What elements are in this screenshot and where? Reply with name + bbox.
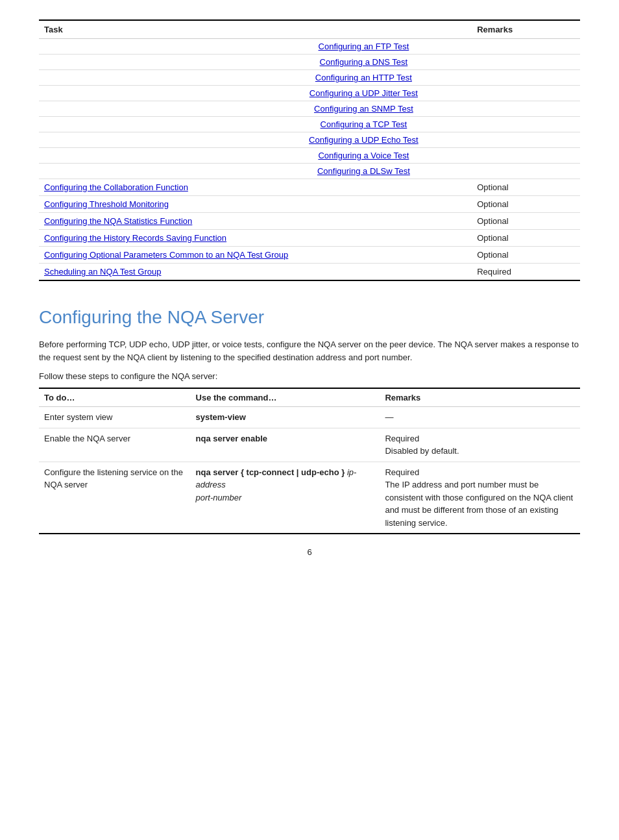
todo-cell: Configure the listening service on the N… <box>39 462 191 534</box>
command-cell: system-view <box>191 407 380 428</box>
task-cell <box>39 101 256 117</box>
table-row: Configuring Optional Parameters Common t… <box>39 247 580 264</box>
task-cell: Configuring the Collaboration Function <box>39 179 472 196</box>
remarks-cell: Optional <box>472 196 580 213</box>
column-header: Use the command… <box>191 388 380 407</box>
task-cell <box>39 55 256 70</box>
todo-cell: Enter system view <box>39 407 191 428</box>
task-cell: Scheduling an NQA Test Group <box>39 264 472 281</box>
section-description: Before performing TCP, UDP echo, UDP jit… <box>39 338 580 364</box>
table-row: Scheduling an NQA Test GroupRequired <box>39 264 580 281</box>
task-link[interactable]: Configuring Threshold Monitoring <box>44 199 169 209</box>
section-heading: Configuring the NQA Server <box>39 307 580 328</box>
remarks-cell <box>472 164 580 179</box>
link-cell: Configuring a UDP Echo Test <box>256 132 472 148</box>
table-link[interactable]: Configuring a DLSw Test <box>317 166 410 176</box>
top-table-header-task: Task <box>39 20 472 39</box>
column-header: To do… <box>39 388 191 407</box>
task-cell: Configuring Threshold Monitoring <box>39 196 472 213</box>
task-link[interactable]: Configuring the History Records Saving F… <box>44 233 226 243</box>
table-row: Configuring a TCP Test <box>39 117 580 132</box>
link-cell: Configuring a UDP Jitter Test <box>256 86 472 101</box>
table-row: Configuring an HTTP Test <box>39 70 580 86</box>
steps-label: Follow these steps to configure the NQA … <box>39 371 580 381</box>
task-link[interactable]: Configuring the NQA Statistics Function <box>44 216 192 226</box>
remarks-cell: — <box>380 407 580 428</box>
table-row: Enter system viewsystem-view— <box>39 407 580 428</box>
page-number: 6 <box>39 547 580 557</box>
task-cell <box>39 132 256 148</box>
task-cell <box>39 117 256 132</box>
bottom-table: To do…Use the command…Remarks Enter syst… <box>39 388 580 534</box>
task-cell <box>39 86 256 101</box>
remarks-cell <box>472 132 580 148</box>
table-row: Enable the NQA servernqa server enableRe… <box>39 428 580 462</box>
table-row: Configuring an FTP Test <box>39 39 580 55</box>
table-link[interactable]: Configuring an SNMP Test <box>314 104 413 114</box>
task-cell: Configuring the NQA Statistics Function <box>39 213 472 230</box>
task-link[interactable]: Scheduling an NQA Test Group <box>44 267 161 277</box>
remarks-cell: Optional <box>472 179 580 196</box>
remarks-cell: RequiredDisabled by default. <box>380 428 580 462</box>
task-cell <box>39 164 256 179</box>
table-row: Configuring Threshold MonitoringOptional <box>39 196 580 213</box>
remarks-cell <box>472 39 580 55</box>
link-cell: Configuring a TCP Test <box>256 117 472 132</box>
task-cell <box>39 70 256 86</box>
link-cell: Configuring a Voice Test <box>256 148 472 164</box>
table-row: Configuring a DNS Test <box>39 55 580 70</box>
link-cell: Configuring a DNS Test <box>256 55 472 70</box>
task-cell <box>39 39 256 55</box>
link-cell: Configuring a DLSw Test <box>256 164 472 179</box>
table-row: Configuring the NQA Statistics FunctionO… <box>39 213 580 230</box>
table-link[interactable]: Configuring a TCP Test <box>321 119 407 129</box>
table-row: Configuring the Collaboration FunctionOp… <box>39 179 580 196</box>
table-row: Configuring a UDP Echo Test <box>39 132 580 148</box>
remarks-cell: Optional <box>472 213 580 230</box>
remarks-cell <box>472 70 580 86</box>
task-link[interactable]: Configuring Optional Parameters Common t… <box>44 250 288 260</box>
task-link[interactable]: Configuring the Collaboration Function <box>44 182 188 192</box>
remarks-cell: Required <box>472 264 580 281</box>
table-link[interactable]: Configuring a Voice Test <box>318 151 409 160</box>
remarks-cell: Optional <box>472 247 580 264</box>
link-cell: Configuring an SNMP Test <box>256 101 472 117</box>
remarks-cell <box>472 101 580 117</box>
task-cell: Configuring the History Records Saving F… <box>39 230 472 247</box>
table-row: Configuring a Voice Test <box>39 148 580 164</box>
remarks-cell <box>472 55 580 70</box>
table-link[interactable]: Configuring an HTTP Test <box>315 73 412 82</box>
remarks-cell <box>472 148 580 164</box>
top-table: Task Remarks Configuring an FTP TestConf… <box>39 19 580 281</box>
table-row: Configuring a UDP Jitter Test <box>39 86 580 101</box>
todo-cell: Enable the NQA server <box>39 428 191 462</box>
table-row: Configuring a DLSw Test <box>39 164 580 179</box>
link-cell: Configuring an FTP Test <box>256 39 472 55</box>
task-cell <box>39 148 256 164</box>
link-cell: Configuring an HTTP Test <box>256 70 472 86</box>
table-link[interactable]: Configuring a DNS Test <box>320 57 408 67</box>
remarks-cell <box>472 86 580 101</box>
task-cell: Configuring Optional Parameters Common t… <box>39 247 472 264</box>
remarks-cell: Optional <box>472 230 580 247</box>
table-row: Configure the listening service on the N… <box>39 462 580 534</box>
table-link[interactable]: Configuring a UDP Jitter Test <box>310 88 418 98</box>
table-link[interactable]: Configuring a UDP Echo Test <box>309 135 419 145</box>
column-header: Remarks <box>380 388 580 407</box>
table-row: Configuring an SNMP Test <box>39 101 580 117</box>
table-link[interactable]: Configuring an FTP Test <box>319 42 409 51</box>
remarks-cell: RequiredThe IP address and port number m… <box>380 462 580 534</box>
remarks-cell <box>472 117 580 132</box>
top-table-header-remarks: Remarks <box>472 20 580 39</box>
command-cell: nqa server enable <box>191 428 380 462</box>
table-row: Configuring the History Records Saving F… <box>39 230 580 247</box>
command-cell: nqa server { tcp-connect | udp-echo } ip… <box>191 462 380 534</box>
